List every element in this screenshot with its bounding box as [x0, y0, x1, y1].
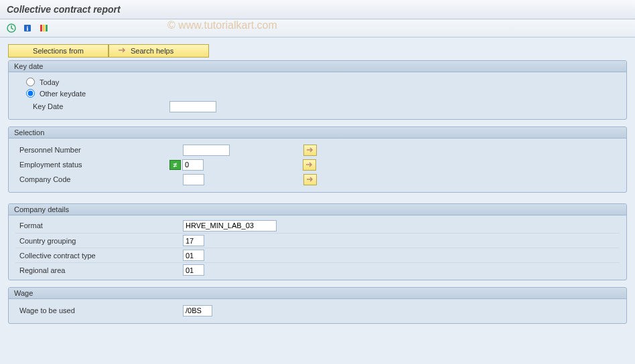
group-wage: Wage Wage to be used [8, 287, 627, 324]
wage-label: Wage to be used [15, 306, 169, 314]
action-button-row: Selections from Search helps [8, 44, 627, 58]
cctype-label: Collective contract type [15, 252, 169, 260]
arrow-right-icon [119, 47, 127, 55]
format-label: Format [15, 221, 169, 230]
company-label: Company Code [15, 175, 169, 183]
radio-today-label: Today [40, 78, 59, 86]
cctype-input[interactable] [183, 250, 204, 261]
execute-icon[interactable] [5, 22, 17, 34]
keydate-input[interactable] [169, 101, 216, 112]
group-selection: Selection Personnel Number Employment st… [8, 126, 627, 193]
toolbar: i © www.tutorialkart.com [0, 19, 635, 37]
svg-rect-3 [40, 25, 42, 31]
group-company-details: Company details Format Country grouping … [8, 203, 627, 280]
svg-rect-5 [46, 25, 48, 31]
group-keydate-title: Key date [9, 61, 626, 72]
group-company-title: Company details [9, 204, 626, 215]
arrow-right-icon [305, 161, 313, 168]
country-label: Country grouping [15, 237, 169, 245]
search-helps-label: Search helps [131, 47, 173, 55]
watermark: © www.tutorialkart.com [167, 19, 277, 31]
region-label: Regional area [15, 266, 169, 274]
keydate-label: Key Date [15, 102, 169, 110]
format-input[interactable] [183, 220, 277, 232]
personnel-more-button[interactable] [303, 145, 317, 156]
empstatus-more-button[interactable] [303, 159, 316, 171]
search-helps-button[interactable]: Search helps [109, 44, 209, 58]
exclude-icon[interactable]: ≠ [169, 160, 181, 170]
region-input[interactable] [183, 264, 204, 276]
svg-rect-4 [43, 25, 45, 31]
group-keydate: Key date Today Other keydate Key Date [8, 60, 627, 120]
info-icon[interactable]: i [21, 22, 33, 34]
group-wage-title: Wage [9, 288, 626, 299]
content-area: Selections from Search helps Key date To… [0, 37, 635, 337]
radio-today[interactable] [26, 78, 35, 86]
company-more-button[interactable] [303, 174, 317, 185]
empstatus-input[interactable] [182, 159, 204, 171]
arrow-right-icon [306, 147, 314, 153]
group-selection-title: Selection [9, 127, 626, 139]
country-input[interactable] [183, 235, 204, 246]
arrow-right-icon [306, 176, 314, 183]
variant-icon[interactable] [38, 22, 50, 34]
empstatus-label: Employment status [15, 161, 169, 169]
wage-input[interactable] [183, 305, 212, 316]
selections-from-button[interactable]: Selections from [8, 44, 109, 58]
radio-other-label: Other keydate [40, 90, 86, 98]
company-input[interactable] [183, 174, 204, 185]
svg-text:i: i [27, 25, 29, 32]
radio-other-keydate[interactable] [26, 89, 35, 98]
personnel-label: Personnel Number [15, 146, 169, 154]
page-title: Collective contract report [0, 0, 635, 19]
personnel-input[interactable] [183, 145, 230, 156]
